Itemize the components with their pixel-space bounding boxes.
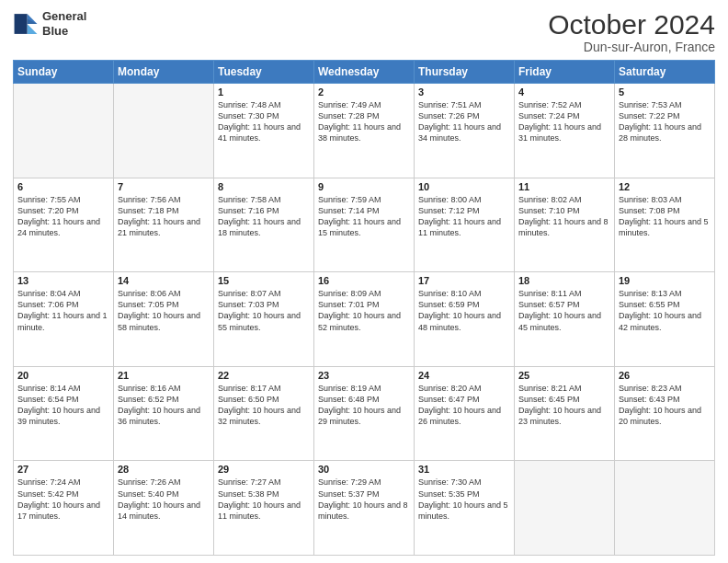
day-info: Sunrise: 7:48 AM Sunset: 7:30 PM Dayligh… (218, 99, 310, 144)
day-info: Sunrise: 8:00 AM Sunset: 7:12 PM Dayligh… (418, 194, 510, 239)
title-block: October 2024 Dun-sur-Auron, France (548, 9, 715, 54)
day-number: 15 (218, 275, 310, 286)
day-number: 7 (118, 181, 210, 192)
day-number: 16 (318, 275, 410, 286)
page: General Blue October 2024 Dun-sur-Auron,… (0, 0, 728, 563)
day-number: 9 (318, 181, 410, 192)
day-number: 25 (518, 370, 610, 381)
svg-rect-3 (15, 14, 28, 34)
day-number: 20 (17, 370, 109, 381)
day-number: 28 (118, 464, 210, 475)
day-number: 17 (418, 275, 510, 286)
day-number: 5 (619, 86, 711, 98)
column-header-tuesday: Tuesday (214, 61, 314, 84)
day-info: Sunrise: 7:51 AM Sunset: 7:26 PM Dayligh… (418, 99, 510, 144)
day-info: Sunrise: 7:49 AM Sunset: 7:28 PM Dayligh… (318, 99, 410, 144)
day-number: 29 (218, 464, 310, 475)
day-info: Sunrise: 8:14 AM Sunset: 6:54 PM Dayligh… (17, 383, 109, 428)
day-info: Sunrise: 8:09 AM Sunset: 7:01 PM Dayligh… (318, 288, 410, 333)
day-number: 3 (418, 86, 510, 98)
calendar-cell (515, 461, 615, 556)
day-number: 1 (218, 86, 310, 98)
calendar-cell (615, 461, 715, 556)
calendar-cell: 5Sunrise: 7:53 AM Sunset: 7:22 PM Daylig… (615, 84, 715, 178)
calendar-cell: 2Sunrise: 7:49 AM Sunset: 7:28 PM Daylig… (314, 84, 415, 178)
day-number: 18 (518, 275, 610, 286)
day-info: Sunrise: 8:16 AM Sunset: 6:52 PM Dayligh… (118, 383, 210, 428)
calendar-cell: 20Sunrise: 8:14 AM Sunset: 6:54 PM Dayli… (14, 366, 114, 461)
day-number: 27 (17, 464, 109, 475)
day-info: Sunrise: 7:59 AM Sunset: 7:14 PM Dayligh… (318, 194, 410, 239)
day-number: 2 (318, 86, 410, 98)
calendar-week-row: 27Sunrise: 7:24 AM Sunset: 5:42 PM Dayli… (14, 461, 715, 556)
day-info: Sunrise: 8:17 AM Sunset: 6:50 PM Dayligh… (218, 383, 310, 428)
calendar-header-row: SundayMondayTuesdayWednesdayThursdayFrid… (14, 61, 715, 84)
calendar-cell: 7Sunrise: 7:56 AM Sunset: 7:18 PM Daylig… (114, 178, 214, 272)
day-info: Sunrise: 8:20 AM Sunset: 6:47 PM Dayligh… (418, 383, 510, 428)
day-info: Sunrise: 7:53 AM Sunset: 7:22 PM Dayligh… (619, 99, 711, 144)
day-info: Sunrise: 8:11 AM Sunset: 6:57 PM Dayligh… (518, 288, 610, 333)
logo-text: General Blue (42, 9, 86, 38)
day-info: Sunrise: 7:27 AM Sunset: 5:38 PM Dayligh… (218, 477, 310, 522)
calendar-cell: 10Sunrise: 8:00 AM Sunset: 7:12 PM Dayli… (415, 178, 515, 272)
calendar-week-row: 1Sunrise: 7:48 AM Sunset: 7:30 PM Daylig… (14, 84, 715, 178)
calendar-cell: 11Sunrise: 8:02 AM Sunset: 7:10 PM Dayli… (515, 178, 615, 272)
day-info: Sunrise: 7:58 AM Sunset: 7:16 PM Dayligh… (218, 194, 310, 239)
calendar-cell: 1Sunrise: 7:48 AM Sunset: 7:30 PM Daylig… (214, 84, 314, 178)
calendar-cell: 19Sunrise: 8:13 AM Sunset: 6:55 PM Dayli… (615, 272, 715, 367)
calendar-cell: 28Sunrise: 7:26 AM Sunset: 5:40 PM Dayli… (114, 461, 214, 556)
calendar-cell: 22Sunrise: 8:17 AM Sunset: 6:50 PM Dayli… (214, 366, 314, 461)
day-info: Sunrise: 8:10 AM Sunset: 6:59 PM Dayligh… (418, 288, 510, 333)
day-number: 11 (518, 181, 610, 192)
column-header-sunday: Sunday (14, 61, 114, 84)
day-number: 4 (518, 86, 610, 98)
day-info: Sunrise: 7:56 AM Sunset: 7:18 PM Dayligh… (118, 194, 210, 239)
day-number: 22 (218, 370, 310, 381)
day-info: Sunrise: 8:03 AM Sunset: 7:08 PM Dayligh… (619, 194, 711, 239)
calendar-cell: 13Sunrise: 8:04 AM Sunset: 7:06 PM Dayli… (14, 272, 114, 367)
day-info: Sunrise: 8:21 AM Sunset: 6:45 PM Dayligh… (518, 383, 610, 428)
day-number: 21 (118, 370, 210, 381)
day-info: Sunrise: 7:30 AM Sunset: 5:35 PM Dayligh… (418, 477, 510, 522)
calendar-cell: 8Sunrise: 7:58 AM Sunset: 7:16 PM Daylig… (214, 178, 314, 272)
day-info: Sunrise: 8:13 AM Sunset: 6:55 PM Dayligh… (619, 288, 711, 333)
column-header-monday: Monday (114, 61, 214, 84)
day-info: Sunrise: 7:26 AM Sunset: 5:40 PM Dayligh… (118, 477, 210, 522)
calendar-cell: 14Sunrise: 8:06 AM Sunset: 7:05 PM Dayli… (114, 272, 214, 367)
calendar-cell: 24Sunrise: 8:20 AM Sunset: 6:47 PM Dayli… (415, 366, 515, 461)
day-number: 10 (418, 181, 510, 192)
column-header-thursday: Thursday (415, 61, 515, 84)
calendar-cell: 31Sunrise: 7:30 AM Sunset: 5:35 PM Dayli… (415, 461, 515, 556)
calendar-cell (14, 84, 114, 178)
day-info: Sunrise: 7:52 AM Sunset: 7:24 PM Dayligh… (518, 99, 610, 144)
day-info: Sunrise: 8:23 AM Sunset: 6:43 PM Dayligh… (619, 383, 711, 428)
day-number: 8 (218, 181, 310, 192)
day-number: 13 (17, 275, 109, 286)
day-info: Sunrise: 8:02 AM Sunset: 7:10 PM Dayligh… (518, 194, 610, 239)
page-title: October 2024 (548, 9, 715, 40)
calendar-cell: 16Sunrise: 8:09 AM Sunset: 7:01 PM Dayli… (314, 272, 415, 367)
calendar-cell: 9Sunrise: 7:59 AM Sunset: 7:14 PM Daylig… (314, 178, 415, 272)
column-header-saturday: Saturday (615, 61, 715, 84)
day-info: Sunrise: 8:06 AM Sunset: 7:05 PM Dayligh… (118, 288, 210, 333)
column-header-wednesday: Wednesday (314, 61, 415, 84)
calendar-cell: 25Sunrise: 8:21 AM Sunset: 6:45 PM Dayli… (515, 366, 615, 461)
day-info: Sunrise: 7:24 AM Sunset: 5:42 PM Dayligh… (17, 477, 109, 522)
day-number: 19 (619, 275, 711, 286)
day-number: 14 (118, 275, 210, 286)
header: General Blue October 2024 Dun-sur-Auron,… (13, 9, 715, 54)
column-header-friday: Friday (515, 61, 615, 84)
calendar-cell: 3Sunrise: 7:51 AM Sunset: 7:26 PM Daylig… (415, 84, 515, 178)
calendar-cell: 30Sunrise: 7:29 AM Sunset: 5:37 PM Dayli… (314, 461, 415, 556)
day-number: 31 (418, 464, 510, 475)
calendar-cell: 27Sunrise: 7:24 AM Sunset: 5:42 PM Dayli… (14, 461, 114, 556)
calendar-week-row: 20Sunrise: 8:14 AM Sunset: 6:54 PM Dayli… (14, 366, 715, 461)
day-number: 6 (17, 181, 109, 192)
calendar-cell: 15Sunrise: 8:07 AM Sunset: 7:03 PM Dayli… (214, 272, 314, 367)
calendar-cell: 4Sunrise: 7:52 AM Sunset: 7:24 PM Daylig… (515, 84, 615, 178)
calendar-week-row: 6Sunrise: 7:55 AM Sunset: 7:20 PM Daylig… (14, 178, 715, 272)
day-number: 26 (619, 370, 711, 381)
day-number: 23 (318, 370, 410, 381)
day-number: 30 (318, 464, 410, 475)
calendar-cell: 18Sunrise: 8:11 AM Sunset: 6:57 PM Dayli… (515, 272, 615, 367)
